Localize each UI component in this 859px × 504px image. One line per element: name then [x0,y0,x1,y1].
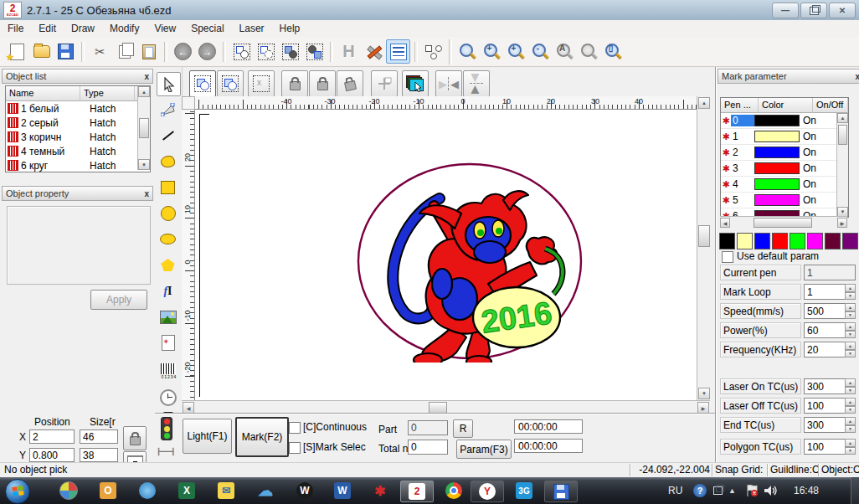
barcode-tool-button[interactable] [157,357,179,380]
intersect-tool-button[interactable] [279,40,301,63]
copy-button[interactable] [113,40,136,63]
snap-grid-status[interactable]: Snap Grid: [712,464,768,476]
taskbar-excel[interactable]: X [175,481,198,501]
apply-button[interactable]: Apply [90,290,147,310]
mark-button[interactable]: Mark(F2) [235,417,289,457]
menu-laser[interactable]: Laser [232,21,272,36]
object-list-header[interactable]: Object list x [2,69,153,84]
column-type[interactable]: Type [80,86,135,101]
undo-button[interactable]: ← [172,40,194,63]
object-property-header[interactable]: Object property x [2,186,153,201]
menu-modify[interactable]: Modify [102,21,147,36]
object-list-toggle-button[interactable] [386,39,410,64]
menu-draw[interactable]: Draw [64,21,102,36]
menu-help[interactable]: Help [272,21,308,36]
taskbar-paint[interactable] [57,481,80,501]
zoom-all-button[interactable]: A [553,40,576,63]
pen-color-picker-button[interactable] [402,70,429,97]
action-center-flag-icon[interactable] [745,477,759,504]
taskbar-word-dark[interactable]: W [293,481,316,501]
object-row-2[interactable]: 2 серыйHatch [6,116,150,130]
reset-count-button[interactable]: R [453,419,473,438]
canvas-horizontal-scrollbar[interactable]: ◀ ▶ [182,400,710,414]
x-size-field[interactable] [80,429,118,444]
hatch-dialog-button[interactable]: H [337,40,360,63]
zoom-window-button[interactable] [456,40,479,63]
polygon-tc-field[interactable] [804,439,846,455]
cut-button[interactable]: ✂ [89,40,111,63]
text-tool-button[interactable]: fI [157,280,179,302]
taskbar-mail[interactable]: ✉ [214,481,238,501]
taskbar-ezcad[interactable]: 2 [400,481,434,502]
show-desktop-button[interactable] [851,477,859,504]
volume-icon[interactable] [764,477,779,504]
mark-loop-spinner[interactable]: ▲▼ [845,284,856,300]
grid-lock-button[interactable]: x [248,70,275,97]
zoom-out-button[interactable]: - [529,40,552,63]
speed-spinner[interactable]: ▲▼ [845,303,856,319]
zoom-page-button[interactable]: ▯ [602,40,625,63]
lock-z-button[interactable] [337,70,363,97]
y-size-field[interactable] [80,448,118,462]
mark-loop-field[interactable] [804,284,846,300]
object-row-1[interactable]: 1 белыйHatch [6,101,150,116]
lock-x-button[interactable] [281,70,308,97]
x-position-field[interactable] [29,429,75,444]
canvas-vertical-scrollbar[interactable]: ▲ ▼ [697,96,711,400]
vector-file-tool-button[interactable] [157,332,179,354]
menu-view[interactable]: View [147,21,183,36]
column-name[interactable]: Name [6,86,80,101]
total-num-field[interactable] [408,440,448,455]
ellipse-tool-button[interactable] [157,228,179,250]
bitmap-tool-button[interactable] [157,306,179,328]
laser-off-tc-field[interactable] [804,398,846,414]
power-spinner[interactable]: ▲▼ [845,322,856,338]
tray-window-icon[interactable] [713,477,723,504]
node-structure-button[interactable] [422,40,445,63]
object-list-close-icon[interactable]: x [144,72,149,81]
taskbar-save-tool[interactable] [544,481,578,502]
taskbar-3g[interactable]: 3G [512,481,536,501]
object-list-scrollbar[interactable]: ▲ ▼ [137,86,150,170]
light-button[interactable]: Light(F1) [183,419,232,454]
difference-tool-button[interactable] [255,40,277,63]
start-button[interactable] [5,479,30,504]
param-button[interactable]: Param(F3) [456,440,512,459]
clock[interactable]: 16:48 [794,477,819,504]
taskbar-word[interactable]: W [331,481,354,501]
menu-special[interactable]: Special [183,21,231,36]
taskbar-yandex[interactable]: Y [471,481,504,502]
help-tray-icon[interactable]: ? [693,477,707,504]
end-tc-spinner[interactable]: ▲▼ [845,417,856,433]
laser-off-tc-spinner[interactable]: ▲▼ [845,398,856,414]
object-row-5[interactable]: 6 кругHatch [6,158,150,172]
lock-aspect-button[interactable] [123,426,147,450]
y-position-field[interactable] [29,448,75,462]
zoom-selection-button[interactable] [578,40,600,63]
pan-button[interactable]: + [481,40,503,63]
save-file-button[interactable] [54,40,77,63]
polygon-tc-spinner[interactable]: ▲▼ [845,439,856,455]
artwork-monkey[interactable]: 2016 [356,162,584,363]
node-edit-tool-button[interactable] [157,98,179,121]
mirror-vertical-button[interactable]: ▶◀ [463,70,490,97]
object-row-4[interactable]: 4 темныйHatch [6,144,150,158]
menu-file[interactable]: File [0,21,31,36]
redo-button[interactable]: → [196,40,219,63]
tray-expand-arrow[interactable]: ▲ [728,477,736,504]
put-to-origin-button[interactable] [371,70,398,97]
drawing-canvas[interactable]: 2016 [195,110,697,400]
union-tool-button[interactable] [230,40,253,63]
taskbar-chrome[interactable] [442,481,466,501]
polygon-tool-button[interactable] [157,254,179,276]
laser-on-tc-spinner[interactable]: ▲▼ [845,378,856,394]
power-field[interactable] [804,322,846,338]
laser-on-tc-field[interactable] [804,378,846,394]
delay-tool-button[interactable] [157,386,179,409]
speed-field[interactable] [804,303,846,319]
rotate-handles-button[interactable] [217,70,244,97]
taskbar-cloud[interactable]: ☁ [254,481,277,501]
zoom-in-button[interactable]: + [505,40,527,63]
menu-edit[interactable]: Edit [31,21,64,36]
object-property-close-icon[interactable]: x [144,189,149,198]
